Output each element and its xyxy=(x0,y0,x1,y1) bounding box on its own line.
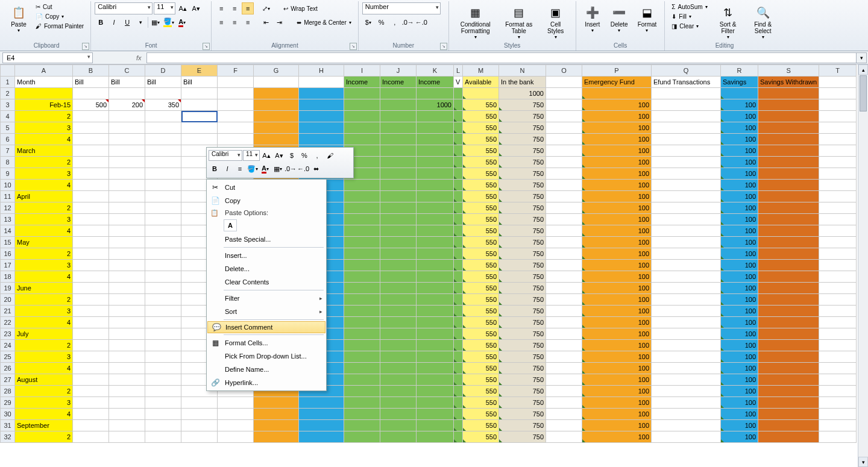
cell-O17[interactable] xyxy=(546,260,582,271)
cell-A5[interactable]: 3 xyxy=(15,122,73,134)
mini-dec-dec[interactable]: ←.0 xyxy=(297,163,309,175)
column-header-I[interactable]: I xyxy=(344,65,380,77)
cut-button[interactable]: ✂Cut xyxy=(33,2,87,11)
cell-G29[interactable] xyxy=(254,397,299,409)
cell-S8[interactable] xyxy=(758,157,819,168)
font-name-combo[interactable]: Calibri xyxy=(95,2,153,14)
cell-I11[interactable] xyxy=(344,191,380,202)
cell-P9[interactable]: 100 xyxy=(582,168,652,180)
cell-J29[interactable] xyxy=(380,397,417,409)
cell-T3[interactable] xyxy=(819,99,857,111)
cell-O14[interactable] xyxy=(546,225,582,237)
mini-font-combo[interactable]: Calibri xyxy=(209,150,242,161)
format-painter-button[interactable]: 🖌Format Painter xyxy=(33,22,87,31)
cell-C26[interactable] xyxy=(109,363,145,374)
row-header-13[interactable]: 13 xyxy=(1,214,15,225)
column-header-G[interactable]: G xyxy=(254,65,299,77)
cell-A7[interactable]: March xyxy=(15,145,73,157)
cell-I3[interactable] xyxy=(344,99,380,111)
cell-R9[interactable]: 100 xyxy=(721,168,758,180)
cell-N14[interactable]: 750 xyxy=(499,225,546,237)
cell-M1[interactable]: Available xyxy=(463,77,499,88)
cell-B10[interactable] xyxy=(73,180,109,191)
row-header-17[interactable]: 17 xyxy=(1,260,15,271)
cell-A8[interactable]: 2 xyxy=(15,157,73,168)
column-header-Q[interactable]: Q xyxy=(652,65,721,77)
cell-J31[interactable] xyxy=(380,420,417,431)
cell-A18[interactable]: 4 xyxy=(15,271,73,283)
cell-L23[interactable] xyxy=(454,328,463,340)
cell-Q21[interactable] xyxy=(652,306,721,317)
cell-Q9[interactable] xyxy=(652,168,721,180)
cell-S7[interactable] xyxy=(758,145,819,157)
cell-I20[interactable] xyxy=(344,294,380,306)
row-header-3[interactable]: 3 xyxy=(1,99,15,111)
cell-I22[interactable] xyxy=(344,317,380,328)
cell-O3[interactable] xyxy=(546,99,582,111)
cell-O22[interactable] xyxy=(546,317,582,328)
cell-B18[interactable] xyxy=(73,271,109,283)
cell-Q4[interactable] xyxy=(652,111,721,122)
cell-R17[interactable]: 100 xyxy=(721,260,758,271)
cell-Q13[interactable] xyxy=(652,214,721,225)
cell-F6[interactable] xyxy=(218,134,254,145)
cell-O24[interactable] xyxy=(546,340,582,351)
paste-button[interactable]: 📋 Paste xyxy=(6,2,31,35)
cell-K22[interactable] xyxy=(417,317,454,328)
column-header-R[interactable]: R xyxy=(721,65,758,77)
cell-D5[interactable] xyxy=(145,122,181,134)
cell-J28[interactable] xyxy=(380,386,417,397)
vertical-scrollbar[interactable]: ▴ ▾ xyxy=(858,64,868,467)
cell-P17[interactable]: 100 xyxy=(582,260,652,271)
cell-Q25[interactable] xyxy=(652,351,721,363)
cell-C9[interactable] xyxy=(109,168,145,180)
cell-M23[interactable]: 550 xyxy=(463,328,499,340)
cell-A14[interactable]: 4 xyxy=(15,225,73,237)
row-header-9[interactable]: 9 xyxy=(1,168,15,180)
cell-B7[interactable] xyxy=(73,145,109,157)
cell-A13[interactable]: 3 xyxy=(15,214,73,225)
cell-K21[interactable] xyxy=(417,306,454,317)
cell-P20[interactable]: 100 xyxy=(582,294,652,306)
row-header-4[interactable]: 4 xyxy=(1,111,15,122)
column-header-J[interactable]: J xyxy=(380,65,417,77)
cell-O19[interactable] xyxy=(546,283,582,294)
cell-S24[interactable] xyxy=(758,340,819,351)
cell-B22[interactable] xyxy=(73,317,109,328)
cell-K32[interactable] xyxy=(417,431,454,443)
cell-M2[interactable] xyxy=(463,88,499,99)
cell-R28[interactable]: 100 xyxy=(721,386,758,397)
cell-K29[interactable] xyxy=(417,397,454,409)
cell-J18[interactable] xyxy=(380,271,417,283)
cell-D8[interactable] xyxy=(145,157,181,168)
cell-N17[interactable]: 750 xyxy=(499,260,546,271)
cell-M21[interactable]: 550 xyxy=(463,306,499,317)
cell-O7[interactable] xyxy=(546,145,582,157)
cell-B14[interactable] xyxy=(73,225,109,237)
row-header-8[interactable]: 8 xyxy=(1,157,15,168)
column-header-N[interactable]: N xyxy=(499,65,546,77)
cell-E4[interactable] xyxy=(181,111,218,122)
cell-B3[interactable]: 500 xyxy=(73,99,109,111)
cell-S26[interactable] xyxy=(758,363,819,374)
cell-I15[interactable] xyxy=(344,237,380,248)
cell-J16[interactable] xyxy=(380,248,417,260)
cell-R18[interactable]: 100 xyxy=(721,271,758,283)
cell-C17[interactable] xyxy=(109,260,145,271)
cell-P28[interactable]: 100 xyxy=(582,386,652,397)
cell-M30[interactable]: 550 xyxy=(463,409,499,420)
cell-T20[interactable] xyxy=(819,294,857,306)
cell-N26[interactable]: 750 xyxy=(499,363,546,374)
cell-G31[interactable] xyxy=(254,420,299,431)
cell-O15[interactable] xyxy=(546,237,582,248)
ctx-insert-comment[interactable]: 💬Insert Comment xyxy=(207,321,326,333)
cell-T32[interactable] xyxy=(819,431,857,443)
cell-R5[interactable]: 100 xyxy=(721,122,758,134)
cell-K23[interactable] xyxy=(417,328,454,340)
cell-A20[interactable]: 2 xyxy=(15,294,73,306)
cell-R31[interactable]: 100 xyxy=(721,420,758,431)
cell-O6[interactable] xyxy=(546,134,582,145)
cell-M22[interactable]: 550 xyxy=(463,317,499,328)
cell-N18[interactable]: 750 xyxy=(499,271,546,283)
cell-L29[interactable] xyxy=(454,397,463,409)
